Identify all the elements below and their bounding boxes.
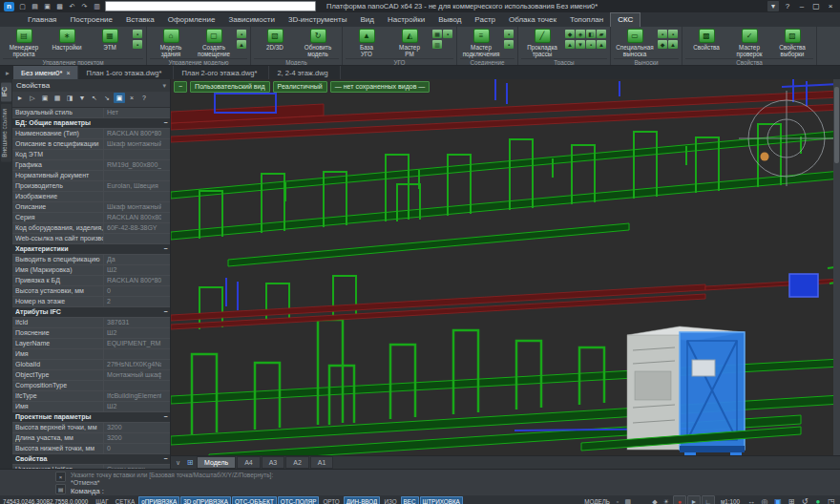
property-row[interactable]: Серия RACKLAN 800x800 <box>12 213 170 223</box>
property-row[interactable]: Характеристики − <box>12 244 170 255</box>
doc-tab-menu-icon[interactable]: ▸ <box>2 66 13 79</box>
print-icon[interactable]: ▥ <box>92 2 102 11</box>
property-row[interactable]: GlobalId 27fHsNLfX0Kg4NaEUi2Wan <box>12 360 170 370</box>
toggle-polar[interactable]: ОТС-ПОЛЯР <box>278 496 320 504</box>
close-button[interactable]: × <box>825 1 836 11</box>
orbit-icon[interactable]: ↺ <box>799 496 810 504</box>
collapse-icon[interactable] <box>161 129 170 138</box>
collapse-icon[interactable] <box>161 192 170 201</box>
property-row[interactable]: Изображение <box>12 192 170 202</box>
keyboard-icon[interactable]: ▤ <box>55 484 66 494</box>
ugo-extra-icon-3[interactable]: ▪ <box>443 30 452 38</box>
layout-overflow-icon[interactable]: ∨ <box>173 459 183 467</box>
record-toggle[interactable]: ● <box>673 495 686 504</box>
minimize-button[interactable]: – <box>796 1 808 11</box>
toggle-hatch[interactable]: ШТРИХОВКА <box>420 496 463 504</box>
copy-props-icon[interactable]: ↖ <box>89 93 100 103</box>
collapse-icon[interactable] <box>161 433 170 443</box>
property-row[interactable]: Web-ссылка на сайт производителя <box>12 234 170 244</box>
pick-icon[interactable]: ▷ <box>27 93 38 103</box>
collapse-icon[interactable] <box>161 360 170 369</box>
menu-tab-rastr[interactable]: Растр <box>468 13 502 27</box>
route-laying-button[interactable]: ╱Прокладка трассы <box>521 28 563 57</box>
collapse-icon[interactable] <box>161 328 170 338</box>
property-row[interactable]: Высота установки, мм 0 <box>12 286 170 297</box>
toolbar-overflow-icon[interactable]: ▾ <box>767 1 779 11</box>
save-file-icon[interactable]: ▣ <box>42 2 52 11</box>
toggle-ortho[interactable]: ОРТО <box>320 496 342 504</box>
clear-icon[interactable]: × <box>126 93 137 103</box>
property-row[interactable]: Нормативный документ <box>12 171 170 181</box>
filter-icon[interactable]: ▼ <box>76 93 88 103</box>
select-icon[interactable]: ► <box>14 93 26 103</box>
box-select-icon[interactable]: ▣ <box>39 93 51 103</box>
command-prompt[interactable]: Команда : <box>71 487 836 495</box>
model-mgmt-extra-icon-2[interactable]: ▲ <box>237 40 246 49</box>
menu-tab-glavnaya[interactable]: Главная <box>21 13 63 27</box>
redo-icon[interactable]: ↷ <box>79 2 90 11</box>
close-tab-icon[interactable]: × <box>66 70 70 76</box>
settings-button[interactable]: ∗Настройки <box>46 28 88 57</box>
scale-indicator[interactable]: м1:100 <box>721 498 740 504</box>
save-all-icon[interactable]: ▩ <box>54 2 65 11</box>
property-row[interactable]: Привязка к БД RACKLAN 800*800*42U_п <box>12 276 170 286</box>
toggle-iso[interactable]: ИЗО <box>381 496 399 504</box>
undo-icon[interactable]: ↶ <box>67 2 77 11</box>
property-row[interactable]: Визуальный стиль Нет <box>12 108 170 118</box>
property-row[interactable]: CompositionType <box>12 381 170 391</box>
junction-box[interactable] <box>789 274 818 297</box>
property-row[interactable]: Высота нижней точки, мм 0 <box>12 444 170 454</box>
property-row[interactable]: LayerName EQUIPMENT_RM <box>12 339 170 349</box>
create-room-button[interactable]: ▢Создать помещение <box>193 28 235 57</box>
property-row[interactable]: БД: Общие параметры − <box>12 118 170 129</box>
menu-tab-postroenie[interactable]: Построение <box>63 13 119 27</box>
property-row[interactable]: IfcId 387631 <box>12 318 170 328</box>
collapse-icon[interactable] <box>161 223 170 233</box>
property-row[interactable]: Свойства − <box>12 454 170 465</box>
collapse-icon[interactable] <box>161 381 170 390</box>
toggle-dyn-input[interactable]: ДИН-ВВОД <box>344 496 381 504</box>
angle-toggle[interactable]: ∟ <box>702 495 715 504</box>
annotation-icon[interactable]: ◆ <box>650 497 660 504</box>
collapse-icon[interactable] <box>161 423 170 432</box>
open-file-icon[interactable]: ▤ <box>30 2 40 11</box>
grid-icon[interactable]: ▦ <box>52 93 63 103</box>
ugo-base-button[interactable]: ▲База УГО <box>346 28 388 57</box>
screen-icon[interactable]: ▣ <box>772 496 784 504</box>
collapse-icon[interactable] <box>161 234 170 243</box>
collapse-icon[interactable] <box>161 391 170 401</box>
cursor-toggle[interactable]: ► <box>687 495 701 504</box>
help-icon[interactable]: ? <box>138 93 150 103</box>
close-command-icon[interactable]: × <box>55 472 66 482</box>
collapse-icon[interactable] <box>161 139 170 149</box>
routes-extra-icon-3[interactable]: ◈ <box>576 30 585 38</box>
toggle-grid[interactable]: СЕТКА <box>113 496 137 504</box>
ugo-extra-icon-1[interactable]: ▦ <box>432 30 442 38</box>
property-row[interactable]: Имя <box>12 349 170 360</box>
property-row[interactable]: Атрибуты IFC − <box>12 307 170 318</box>
collapse-icon[interactable]: − <box>161 307 170 317</box>
property-row[interactable]: Производитель Eurolan, Швеция <box>12 181 170 192</box>
collapse-icon[interactable] <box>161 171 170 180</box>
connection-extra-icon-2[interactable]: ▪ <box>504 40 514 49</box>
highlight-icon[interactable]: ▣ <box>114 93 125 103</box>
collapse-icon[interactable] <box>161 286 170 296</box>
new-file-icon[interactable]: ▢ <box>17 2 28 11</box>
ugo-extra-icon-2[interactable]: ▥ <box>432 40 442 49</box>
property-row[interactable]: Наименование (Тип) RACKLAN 800*800*42U_п <box>12 129 170 139</box>
2d-3d-button[interactable]: ▧2D/3D <box>254 28 296 57</box>
menu-tab-topoplan[interactable]: Топоплан <box>563 13 610 27</box>
menu-tab-vid[interactable]: Вид <box>353 13 380 27</box>
routes-extra-icon-2[interactable]: ▲ <box>565 40 575 49</box>
special-leader-button[interactable]: ▭Специальная выноска <box>614 28 656 57</box>
side-tab-ifc[interactable]: IFC <box>1 82 11 101</box>
half-select-icon[interactable]: ◨ <box>64 93 75 103</box>
doc-tab-plan2[interactable]: План 2-ого этажа.dwg* <box>174 66 269 79</box>
project-extra-icon-2[interactable]: ▪ <box>133 40 142 49</box>
view-selector[interactable]: Пользовательский вид <box>190 81 269 93</box>
property-row[interactable]: Код оборудования, изделия, мате... 60F-4… <box>12 223 170 234</box>
sheet-icon[interactable]: ▤ <box>623 497 633 504</box>
apply-props-icon[interactable]: ↘ <box>101 93 113 103</box>
collapse-icon[interactable]: − <box>161 454 170 464</box>
side-tab-xrefs[interactable]: Внешние ссылки <box>1 104 11 162</box>
